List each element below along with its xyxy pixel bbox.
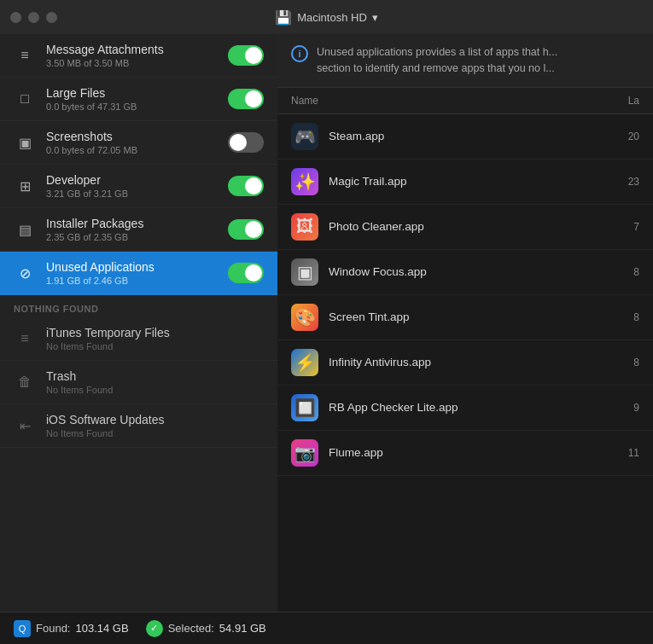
info-text: Unused applications provides a list of a…	[317, 44, 557, 77]
maximize-button[interactable]	[46, 12, 57, 23]
toggle-unused-applications[interactable]	[228, 263, 264, 283]
sidebar-sub-large-files: 0.0 bytes of 47.31 GB	[46, 102, 228, 112]
toggle-knob-screenshots	[230, 134, 247, 151]
toggle-screenshots[interactable]	[228, 132, 264, 153]
found-icon: Q	[14, 620, 31, 637]
sidebar-title-developer: Developer	[46, 173, 228, 187]
nf-item-trash[interactable]: 🗑 Trash No Items Found	[0, 361, 277, 404]
app-row-7[interactable]: 📷 Flume.app 11	[277, 431, 653, 476]
sidebar-item-developer[interactable]: ⊞ Developer 3.21 GB of 3.21 GB	[0, 165, 277, 208]
selected-status: ✓ Selected: 54.91 GB	[146, 620, 266, 637]
app-name-7: Flume.app	[329, 446, 588, 459]
toggle-knob-unused-applications	[245, 264, 262, 281]
sidebar: ≡ Message Attachments 3.50 MB of 3.50 MB…	[0, 34, 277, 612]
sidebar-icon-message-attachments: ≡	[14, 44, 36, 67]
sidebar-title-installer-packages: Installer Packages	[46, 217, 228, 230]
sidebar-title-message-attachments: Message Attachments	[46, 43, 228, 56]
app-date-3: 8	[588, 266, 639, 278]
nf-icon-trash: 🗑	[14, 371, 36, 393]
minimize-button[interactable]	[28, 12, 39, 23]
nothing-found-label: NOTHING FOUND	[0, 295, 277, 317]
sidebar-item-installer-packages[interactable]: ▤ Installer Packages 2.35 GB of 2.35 GB	[0, 208, 277, 252]
toggle-knob-message-attachments	[245, 47, 262, 64]
col-name-header: Name	[291, 95, 588, 107]
status-bar: Q Found: 103.14 GB ✓ Selected: 54.91 GB	[0, 612, 653, 644]
app-date-5: 8	[588, 357, 639, 368]
app-date-7: 11	[588, 447, 639, 459]
app-icon-5: ⚡	[291, 349, 318, 376]
app-date-0: 20	[588, 131, 639, 142]
info-icon: i	[291, 45, 308, 62]
app-row-5[interactable]: ⚡ Infinity Antivirus.app 8	[277, 340, 653, 386]
app-icon-4: 🎨	[291, 304, 318, 331]
app-row-3[interactable]: ▣ Window Focus.app 8	[277, 250, 653, 295]
app-icon-1: ✨	[291, 168, 318, 195]
main-container: ≡ Message Attachments 3.50 MB of 3.50 MB…	[0, 34, 653, 612]
toggle-knob-large-files	[245, 90, 262, 107]
sidebar-item-unused-applications[interactable]: ⊘ Unused Applications 1.91 GB of 2.46 GB	[0, 252, 277, 295]
close-button[interactable]	[10, 12, 21, 23]
toggle-developer[interactable]	[228, 176, 264, 196]
toggle-knob-developer	[245, 177, 262, 194]
sidebar-title-large-files: Large Files	[46, 86, 228, 100]
app-name-0: Steam.app	[329, 130, 588, 142]
sidebar-icon-large-files: □	[14, 88, 36, 110]
right-panel: i Unused applications provides a list of…	[277, 34, 653, 612]
nf-sub-itunes-temp: No Items Found	[46, 341, 170, 351]
sidebar-title-screenshots: Screenshots	[46, 130, 228, 143]
app-row-0[interactable]: 🎮 Steam.app 20	[277, 114, 653, 160]
titlebar-title-text: Macintosh HD	[297, 11, 367, 24]
app-row-1[interactable]: ✨ Magic Trail.app 23	[277, 160, 653, 205]
app-list: 🎮 Steam.app 20 ✨ Magic Trail.app 23 🖼 Ph…	[277, 114, 653, 612]
hd-icon: 💾	[275, 9, 292, 26]
nf-icon-itunes-temp: ≡	[14, 328, 36, 350]
nf-item-itunes-temp[interactable]: ≡ iTunes Temporary Files No Items Found	[0, 317, 277, 361]
found-label: Found:	[36, 622, 70, 635]
table-header: Name La	[277, 88, 653, 114]
app-icon-0: 🎮	[291, 123, 318, 150]
app-name-5: Infinity Antivirus.app	[329, 356, 588, 368]
sidebar-title-unused-applications: Unused Applications	[46, 260, 228, 274]
titlebar: 💾 Macintosh HD ▾	[0, 0, 653, 34]
selected-label: Selected:	[168, 622, 214, 635]
selected-icon: ✓	[146, 620, 163, 637]
nf-title-trash: Trash	[46, 369, 113, 383]
found-status: Q Found: 103.14 GB	[14, 620, 129, 637]
sidebar-icon-screenshots: ▣	[14, 131, 36, 154]
app-name-4: Screen Tint.app	[329, 310, 588, 323]
nf-item-ios-updates[interactable]: ⇤ iOS Software Updates No Items Found	[0, 404, 277, 448]
info-banner: i Unused applications provides a list of…	[277, 34, 653, 88]
sidebar-sub-installer-packages: 2.35 GB of 2.35 GB	[46, 232, 228, 242]
app-date-4: 8	[588, 311, 639, 323]
col-last-header: La	[588, 95, 639, 107]
app-row-2[interactable]: 🖼 Photo Cleaner.app 7	[277, 205, 653, 250]
sidebar-icon-installer-packages: ▤	[14, 218, 36, 241]
sidebar-sub-developer: 3.21 GB of 3.21 GB	[46, 189, 228, 199]
app-row-4[interactable]: 🎨 Screen Tint.app 8	[277, 295, 653, 340]
toggle-message-attachments[interactable]	[228, 45, 264, 66]
app-row-6[interactable]: 🔲 RB App Checker Lite.app 9	[277, 386, 653, 431]
sidebar-sub-unused-applications: 1.91 GB of 2.46 GB	[46, 276, 228, 286]
app-date-6: 9	[588, 402, 639, 414]
nf-sub-trash: No Items Found	[46, 385, 113, 395]
app-icon-6: 🔲	[291, 394, 318, 421]
sidebar-sub-message-attachments: 3.50 MB of 3.50 MB	[46, 58, 228, 68]
window-title: 💾 Macintosh HD ▾	[275, 9, 378, 26]
app-icon-3: ▣	[291, 258, 318, 286]
titlebar-chevron-icon: ▾	[372, 11, 378, 24]
app-name-2: Photo Cleaner.app	[329, 220, 588, 233]
toggle-installer-packages[interactable]	[228, 219, 264, 240]
sidebar-icon-developer: ⊞	[14, 175, 36, 197]
sidebar-item-screenshots[interactable]: ▣ Screenshots 0.0 bytes of 72.05 MB	[0, 121, 277, 165]
toggle-knob-installer-packages	[245, 221, 262, 238]
app-icon-7: 📷	[291, 439, 318, 467]
nf-title-ios-updates: iOS Software Updates	[46, 413, 165, 426]
nf-title-itunes-temp: iTunes Temporary Files	[46, 326, 170, 339]
found-value: 103.14 GB	[75, 622, 128, 635]
toggle-large-files[interactable]	[228, 89, 264, 109]
sidebar-item-large-files[interactable]: □ Large Files 0.0 bytes of 47.31 GB	[0, 78, 277, 121]
app-date-1: 23	[588, 176, 639, 188]
sidebar-item-message-attachments[interactable]: ≡ Message Attachments 3.50 MB of 3.50 MB	[0, 34, 277, 78]
app-icon-2: 🖼	[291, 213, 318, 241]
selected-value: 54.91 GB	[219, 622, 266, 635]
